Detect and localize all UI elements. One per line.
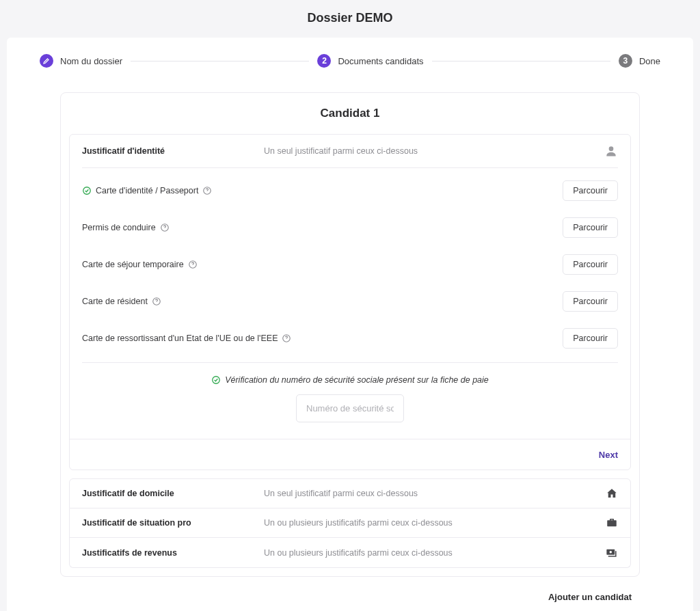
check-icon [82,186,92,195]
stepper: Nom du dossier 2 Documents candidats 3 D… [40,54,660,68]
browse-button[interactable]: Parcourir [563,328,618,349]
document-row: Carte de résident Parcourir [82,283,618,320]
document-label: Carte de résident [82,297,148,306]
identity-section: Justificatif d'identité Un seul justific… [69,134,631,470]
document-list: Carte d'identité / Passeport Parcourir P… [70,168,630,357]
person-icon [604,144,618,158]
help-icon[interactable] [152,297,161,306]
step-label: Nom du dossier [60,56,122,66]
help-icon[interactable] [282,334,291,343]
svg-point-7 [213,377,220,384]
section-header-identity[interactable]: Justificatif d'identité Un seul justific… [70,135,630,167]
section-title: Justificatifs de revenus [82,548,253,558]
add-candidate-button[interactable]: Ajouter un candidat [60,592,640,602]
home-icon [606,487,618,500]
help-icon[interactable] [188,260,198,269]
document-label: Carte de ressortissant d'un Etat de l'UE… [82,334,278,343]
check-icon [211,375,221,385]
document-row: Carte de séjour temporaire Parcourir [82,246,618,283]
section-title: Justificatif de domicile [82,489,253,498]
step-1[interactable]: Nom du dossier [40,54,122,68]
browse-button[interactable]: Parcourir [563,291,618,312]
help-icon[interactable] [160,223,170,232]
section-footer: Next [70,439,630,470]
document-row: Carte d'identité / Passeport Parcourir [82,172,618,209]
section-description: Un seul justificatif parmi ceux ci-desso… [264,146,593,156]
help-icon[interactable] [202,186,212,195]
briefcase-icon [606,517,618,529]
section-title: Justificatif d'identité [82,146,253,156]
step-2[interactable]: 2 Documents candidats [317,54,423,68]
candidate-panel: Candidat 1 Justificatif d'identité Un se… [60,92,640,577]
ssn-input[interactable] [296,394,404,422]
page-title: Dossier DEMO [7,11,693,25]
panel-title: Candidat 1 [61,107,639,120]
browse-button[interactable]: Parcourir [563,217,618,238]
verification-block: Vérification du numéro de sécurité socia… [70,363,630,439]
money-icon [605,546,618,559]
next-button[interactable]: Next [599,450,618,460]
step-divider [131,61,309,62]
section-description: Un ou plusieurs justificatifs parmi ceux… [264,518,595,528]
domicile-section[interactable]: Justificatif de domicile Un seul justifi… [69,478,631,508]
step-label: Documents candidats [338,56,423,66]
step-3[interactable]: 3 Done [619,54,660,68]
step-number-icon: 3 [619,54,632,68]
svg-point-0 [609,146,614,151]
browse-button[interactable]: Parcourir [563,180,618,201]
situation-pro-section[interactable]: Justificatif de situation pro Un ou plus… [69,508,631,538]
section-description: Un seul justificatif parmi ceux ci-desso… [264,489,595,498]
svg-point-1 [83,187,91,195]
browse-button[interactable]: Parcourir [563,254,618,275]
revenus-section[interactable]: Justificatifs de revenus Un ou plusieurs… [69,538,631,568]
section-title: Justificatif de situation pro [82,518,253,528]
document-label: Carte de séjour temporaire [82,260,184,269]
document-row: Carte de ressortissant d'un Etat de l'UE… [82,320,618,357]
document-label: Permis de conduire [82,223,156,232]
document-row: Permis de conduire Parcourir [82,209,618,246]
step-label: Done [639,56,660,66]
pencil-icon [40,54,53,68]
step-divider [432,61,610,62]
section-description: Un ou plusieurs justificatifs parmi ceux… [264,548,594,558]
step-number-icon: 2 [317,54,331,68]
collapsed-sections: Justificatif de domicile Un seul justifi… [69,478,631,568]
main-card: Nom du dossier 2 Documents candidats 3 D… [7,38,693,611]
verification-text: Vérification du numéro de sécurité socia… [211,375,489,385]
document-label: Carte d'identité / Passeport [96,186,198,195]
svg-point-9 [610,551,612,553]
